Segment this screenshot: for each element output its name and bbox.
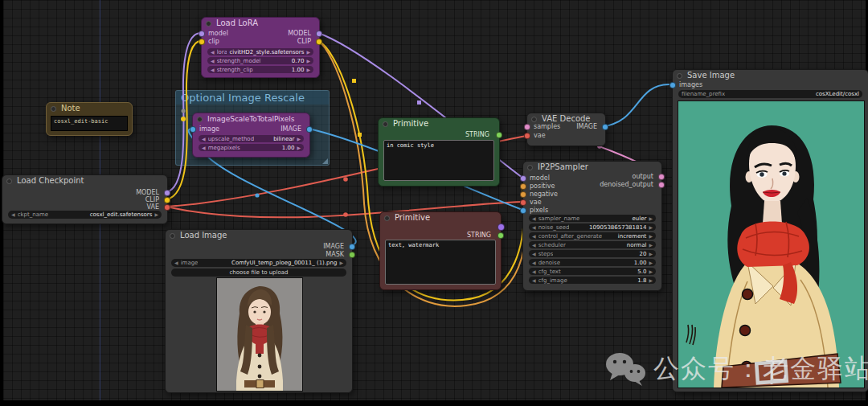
collapse-dot[interactable] [51,106,56,112]
node-title[interactable]: IP2PSampler [523,162,661,173]
left-arrow-icon[interactable]: ◀ [174,259,178,267]
output-port-clip[interactable] [164,197,170,203]
node-primitive-positive[interactable]: Primitive STRING in comic style [378,117,500,187]
widget-ckpt-name[interactable]: ◀ ckpt_name cosxl_edit.safetensors ▶ [8,211,162,219]
node-title[interactable]: Note [47,103,132,114]
upload-button[interactable]: choose file to upload [171,269,346,277]
prompt-textarea[interactable]: text, watermark [385,240,496,285]
output-port-clip[interactable] [316,39,322,45]
widget-control-after-generate[interactable]: ◀ control_after_generate increment ▶ [529,232,656,240]
left-arrow-icon[interactable]: ◀ [202,135,206,143]
input-port-negative[interactable] [520,191,526,198]
output-port-output[interactable] [658,174,665,180]
collapse-dot[interactable] [531,117,537,122]
output-port-denoised-output[interactable] [658,182,665,188]
node-title[interactable]: Primitive [379,118,499,129]
node-title[interactable]: Load LoRA [202,18,319,29]
right-arrow-icon[interactable]: ▶ [649,224,653,232]
node-graph-canvas[interactable]: Optional Image Rescale [3,0,866,400]
left-arrow-icon[interactable]: ◀ [532,277,536,285]
right-arrow-icon[interactable]: ▶ [297,144,301,152]
output-port-model[interactable] [164,190,170,196]
node-ip2p-sampler[interactable]: IP2PSampler model positive negative vae … [522,161,662,291]
node-vae-decode[interactable]: VAE Decode samples vae IMAGE [526,113,606,146]
output-port-image[interactable] [306,126,313,133]
input-port-image[interactable] [190,126,196,133]
right-arrow-icon[interactable]: ▶ [297,135,301,143]
output-port-mask[interactable] [349,252,355,258]
node-title[interactable]: Load Checkpoint [2,175,167,187]
collapse-dot[interactable] [197,117,203,122]
input-port-vae[interactable] [520,199,526,206]
collapse-dot[interactable] [383,121,388,127]
collapse-dot[interactable] [170,233,175,239]
widget-megapixels[interactable]: ◀ megapixels 1.00 ▶ [199,144,304,151]
widget-noise-seed[interactable]: ◀ noise_seed 1090538657381814 ▶ [529,224,656,231]
node-note[interactable]: Note cosxl_edit-basic [46,102,133,136]
node-load-image[interactable]: Load Image IMAGE MASK ◀ image ComfyUI_te… [165,229,353,393]
right-arrow-icon[interactable]: ▶ [649,241,653,249]
left-arrow-icon[interactable]: ◀ [211,66,215,74]
node-primitive-negative[interactable]: Primitive STRING text, watermark [379,211,502,290]
left-arrow-icon[interactable]: ◀ [532,224,536,232]
widget-upscale-method[interactable]: ◀ upscale_method bilinear ▶ [199,135,304,142]
widget-image-filename[interactable]: ◀ image ComfyUI_temp_ploeg_00011_ (1).pn… [171,259,346,267]
right-arrow-icon[interactable]: ▶ [649,250,653,258]
node-save-image[interactable]: Save Image images filename_prefix cosXLe… [672,69,868,392]
widget-sampler-name[interactable]: ◀ sampler_name euler ▶ [529,215,656,222]
left-arrow-icon[interactable]: ◀ [532,250,536,258]
right-arrow-icon[interactable]: ▶ [649,259,653,267]
input-port-clip[interactable] [199,39,205,45]
node-title[interactable]: Load Image [166,230,352,241]
node-image-scale-to-total-pixels[interactable]: ImageScaleToTotalPixels image IMAGE ◀ up… [192,113,310,158]
output-port-string[interactable] [497,232,504,239]
prompt-textarea[interactable]: in comic style [383,140,494,181]
input-port-vae[interactable] [524,133,530,139]
collapse-dot[interactable] [6,178,12,184]
right-arrow-icon[interactable]: ▶ [306,66,310,74]
input-port-positive[interactable] [520,183,526,190]
left-arrow-icon[interactable]: ◀ [532,268,536,276]
node-load-checkpoint[interactable]: Load Checkpoint MODEL CLIP VAE ◀ ckpt_na… [2,174,168,224]
right-arrow-icon[interactable]: ▶ [306,48,310,56]
output-port-vae[interactable] [164,204,170,211]
widget-denoise[interactable]: ◀ denoise 1.00 ▶ [529,259,656,266]
left-arrow-icon[interactable]: ◀ [532,241,536,249]
collapse-dot[interactable] [677,73,682,79]
widget-steps[interactable]: ◀ steps 20 ▶ [529,250,656,257]
collapse-dot[interactable] [384,215,390,221]
left-arrow-icon[interactable]: ◀ [202,144,206,152]
right-arrow-icon[interactable]: ▶ [339,259,343,267]
right-arrow-icon[interactable]: ▶ [649,232,653,240]
widget-cfg-image[interactable]: ◀ cfg_image 1.8 ▶ [529,277,656,284]
node-title[interactable]: Save Image [673,70,868,81]
widget-scheduler[interactable]: ◀ scheduler normal ▶ [529,241,656,248]
right-arrow-icon[interactable]: ▶ [306,57,310,65]
output-port-image[interactable] [349,244,355,250]
collapse-dot[interactable] [527,165,533,170]
left-arrow-icon[interactable]: ◀ [532,259,536,267]
widget-lora-name[interactable]: ◀ lora_name civitHD2_style.safetensors ▶ [207,48,313,55]
widget-filename-prefix[interactable]: filename_prefix cosXLedit/cosxl [678,90,862,98]
output-port-model[interactable] [316,31,322,37]
left-arrow-icon[interactable]: ◀ [532,215,536,223]
converted-widget-port[interactable] [497,224,505,231]
note-text[interactable]: cosxl_edit-basic [51,116,128,131]
left-arrow-icon[interactable]: ◀ [211,57,215,65]
widget-strength-clip[interactable]: ◀ strength_clip 1.00 ▶ [207,66,313,73]
left-arrow-icon[interactable]: ◀ [532,232,536,240]
right-arrow-icon[interactable]: ▶ [154,211,158,219]
collapse-dot[interactable] [206,21,211,27]
left-arrow-icon[interactable]: ◀ [11,211,15,219]
right-arrow-icon[interactable]: ▶ [649,268,653,276]
node-title[interactable]: ImageScaleToTotalPixels [193,113,309,125]
node-load-lora[interactable]: Load LoRA model clip MODEL CLIP ◀ lora_n… [201,17,320,78]
input-port-model[interactable] [520,175,526,182]
input-port-samples[interactable] [524,124,530,130]
input-port-model[interactable] [199,31,205,37]
left-arrow-icon[interactable]: ◀ [211,48,215,56]
input-port-images[interactable] [669,82,676,88]
input-port-pixels[interactable] [520,207,526,214]
widget-strength-model[interactable]: ◀ strength_model 0.70 ▶ [207,57,313,64]
right-arrow-icon[interactable]: ▶ [649,215,653,223]
